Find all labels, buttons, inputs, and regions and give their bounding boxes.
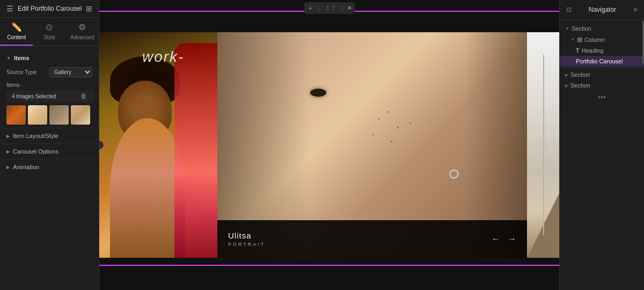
thumbnail-4[interactable] (71, 105, 90, 125)
nav-item-portfolio-carousel[interactable]: Portfolio Carousel (560, 56, 644, 67)
tab-style[interactable]: ⊙ Style (33, 18, 65, 46)
left-panel-content: ▼ Items Source Type Gallery Media Librar… (0, 46, 99, 290)
nav-item-section3[interactable]: ▶ Section (560, 80, 644, 91)
carousel-next-button[interactable]: → (508, 234, 516, 244)
images-selected-row: 4 Images Selected 🗑 (5, 90, 93, 102)
items-arrow-icon: ▼ (6, 56, 11, 61)
left-tabs: ✏️ Content ⊙ Style ⚙ Advanced (0, 18, 99, 46)
navigator-panel: ⊡ Navigator × ▼ Section ▼ ▦ Column T Hea… (559, 0, 644, 290)
section3-arrow-icon: ▶ (565, 83, 568, 88)
left-panel-header: ☰ Edit Portfolio Carousel ⊞ (0, 0, 99, 18)
left-panel-header-left: ☰ Edit Portfolio Carousel (6, 4, 82, 13)
tab-advanced[interactable]: ⚙ Advanced (66, 18, 99, 46)
carousel-area: Ulitsa PORTRAIT ← → (99, 32, 559, 258)
carousel-prev-button[interactable]: ← (492, 234, 500, 244)
add-element-button[interactable]: + (304, 2, 317, 14)
main-canvas: ‹ + | ⋮⋮ | × work- (99, 0, 559, 290)
canvas-toolbar: + | ⋮⋮ | × (304, 2, 354, 14)
thumbnail-2[interactable] (28, 105, 47, 125)
style-tab-icon: ⊙ (46, 22, 53, 32)
source-type-label: Source Type (6, 69, 45, 75)
freckle-4 (372, 134, 374, 135)
work-heading-text: work- (142, 48, 184, 66)
navigator-header: ⊡ Navigator × (560, 0, 644, 20)
eye-area (310, 89, 326, 97)
items-field-label: Items (0, 80, 99, 90)
section1-arrow-icon: ▼ (565, 26, 569, 31)
move-handle[interactable]: ⋮⋮ (320, 3, 341, 13)
thumbnails-row (0, 102, 99, 128)
left-panel-title: Edit Portfolio Carousel (18, 5, 82, 12)
caption-subtitle: PORTRAIT (228, 242, 265, 247)
nav-more-indicator: ••• (560, 91, 644, 104)
nav-divider-1 (560, 68, 644, 68)
caption-arrows: ← → (492, 234, 516, 244)
animation-toggle[interactable]: ▶ Animation (0, 159, 99, 175)
items-section-toggle[interactable]: ▼ Items (0, 52, 99, 64)
section2-arrow-icon: ▶ (565, 73, 568, 77)
navigator-close-button[interactable]: × (633, 5, 638, 14)
freckle-5 (409, 122, 411, 124)
advanced-tab-icon: ⚙ (78, 22, 86, 32)
carousel-caption: Ulitsa PORTRAIT ← → (217, 220, 527, 258)
earring (449, 169, 459, 179)
carousel-options-arrow-icon: ▶ (6, 149, 10, 154)
nav-item-section1[interactable]: ▼ Section (560, 23, 644, 34)
grid-icon[interactable]: ⊞ (86, 4, 92, 13)
item-layout-arrow-icon: ▶ (6, 134, 10, 139)
freckle-1 (378, 118, 380, 120)
pink-bottom-border (99, 265, 559, 266)
column1-icon: ▦ (577, 36, 582, 43)
navigator-panel-icon[interactable]: ⊡ (566, 6, 572, 13)
flowers-overlay (174, 43, 217, 258)
navigator-tree: ▼ Section ▼ ▦ Column T Heading Portfolio… (560, 20, 644, 290)
portrait-body (110, 118, 185, 258)
source-type-row: Source Type Gallery Media Library (0, 64, 99, 80)
column1-arrow-icon: ▼ (570, 37, 575, 42)
nav-item-section2[interactable]: ▶ Section (560, 69, 644, 80)
nav-item-heading[interactable]: T Heading (560, 45, 644, 56)
tab-content[interactable]: ✏️ Content (0, 18, 33, 46)
close-element-button[interactable]: × (345, 3, 355, 13)
navigator-title: Navigator (589, 6, 616, 13)
source-type-select[interactable]: Gallery Media Library (49, 67, 92, 77)
item-layout-toggle[interactable]: ▶ Item Layout/Style (0, 128, 99, 143)
images-selected-text: 4 Images Selected (12, 93, 56, 99)
nav-item-column1[interactable]: ▼ ▦ Column (560, 34, 644, 45)
caption-text-block: Ulitsa PORTRAIT (228, 231, 265, 247)
carousel-main-image: Ulitsa PORTRAIT ← → (217, 32, 527, 258)
heading-type-icon: T (576, 47, 580, 54)
freckle-6 (391, 141, 392, 142)
animation-arrow-icon: ▶ (6, 165, 10, 170)
content-tab-icon: ✏️ (11, 22, 22, 32)
hamburger-icon[interactable]: ☰ (6, 4, 13, 13)
carousel-left-image (99, 32, 217, 258)
left-panel: ☰ Edit Portfolio Carousel ⊞ ✏️ Content ⊙… (0, 0, 99, 290)
thumbnail-3[interactable] (49, 105, 69, 125)
carousel-options-toggle[interactable]: ▶ Carousel Options (0, 143, 99, 159)
caption-name: Ulitsa (228, 231, 265, 240)
carousel-right-image (527, 32, 559, 258)
thumbnail-1[interactable] (6, 105, 26, 125)
geometric-vertical-line (543, 55, 544, 235)
trash-icon[interactable]: 🗑 (80, 92, 87, 100)
